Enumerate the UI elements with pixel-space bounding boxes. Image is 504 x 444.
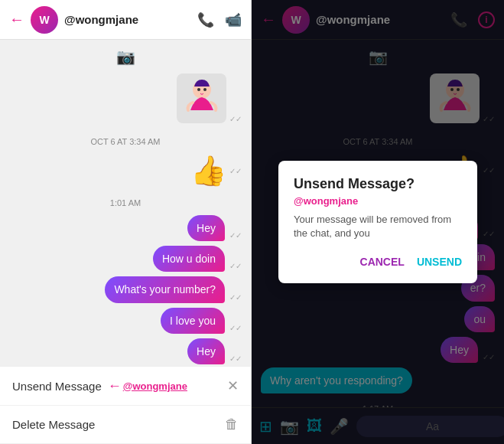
arrow-icon: ← [108,378,122,394]
message-row: What's your number? ✓✓ [9,276,242,302]
check-mark: ✓✓ [229,167,242,175]
camera-icon[interactable]: 📷 [116,47,135,66]
check-mark: ✓✓ [229,115,242,123]
girl-sticker [177,73,226,123]
delete-message-item[interactable]: Delete Message 🗑 [0,406,251,444]
message-row: I love you ✓✓ [9,308,242,334]
check: ✓✓ [229,262,242,270]
sticker-row: ✓✓ [9,73,242,123]
check: ✓✓ [229,324,242,332]
dialog-subtitle: @wongmjane [294,195,462,207]
message-row: How u doin ✓✓ [9,246,242,272]
mention-label: @wongmjane [123,380,187,392]
check: ✓✓ [229,231,242,240]
delete-label: Delete Message [12,418,95,431]
right-panel: ← W @wongmjane 📞 i 📷 [252,0,504,444]
check: ✓✓ [229,293,242,302]
unsend-dialog: Unsend Message? @wongmjane Your message … [278,161,477,283]
check: ✓✓ [229,354,242,363]
dialog-title: Unsend Message? [294,176,462,192]
bubble-hey: Hey [187,215,225,241]
time-1: 1:01 AM [9,198,242,207]
unsend-button[interactable]: UNSEND [417,253,462,271]
back-button[interactable]: ← [9,11,24,28]
cancel-button[interactable]: CANCEL [360,253,405,271]
svg-point-2 [203,88,206,91]
message-row: Hey ✓✓ [9,338,242,364]
timestamp-1: OCT 6 AT 3:34 AM [9,137,242,146]
dialog-body: Your message will be removed from the ch… [294,213,462,240]
bubble-hey2: Hey [187,338,225,364]
dialog-actions: CANCEL UNSEND [294,253,462,271]
left-chat-area: 📷 ✓✓ OCT 6 AT 3:34 A [0,40,251,366]
phone-icon[interactable]: 📞 [197,11,214,28]
action-sheet: Unsend Message ← @wongmjane ✕ Delete Mes… [0,366,251,444]
like-sticker: 👍 [190,154,226,188]
svg-point-1 [197,88,200,91]
unsend-label: Unsend Message [12,380,102,393]
left-header: ← W @wongmjane 📞 📹 [0,0,251,40]
username-label: @wongmjane [64,13,191,26]
header-icons: 📞 📹 [197,11,242,28]
bubble-number: What's your number? [105,276,225,302]
video-icon[interactable]: 📹 [225,11,242,28]
delete-left: Delete Message [12,418,95,431]
trash-icon: 🗑 [225,416,239,433]
message-row: Hey ✓✓ [9,215,242,241]
like-row: 👍 ✓✓ [9,154,242,188]
left-panel: ← W @wongmjane 📞 📹 📷 [0,0,252,444]
bubble-doin: How u doin [153,246,225,272]
avatar: W [31,6,58,34]
bubble-love: I love you [161,308,225,334]
close-icon: ✕ [227,377,239,394]
unsend-left: Unsend Message ← @wongmjane [12,378,187,394]
unsend-message-item[interactable]: Unsend Message ← @wongmjane ✕ [0,367,251,406]
dialog-overlay: Unsend Message? @wongmjane Your message … [252,0,504,444]
